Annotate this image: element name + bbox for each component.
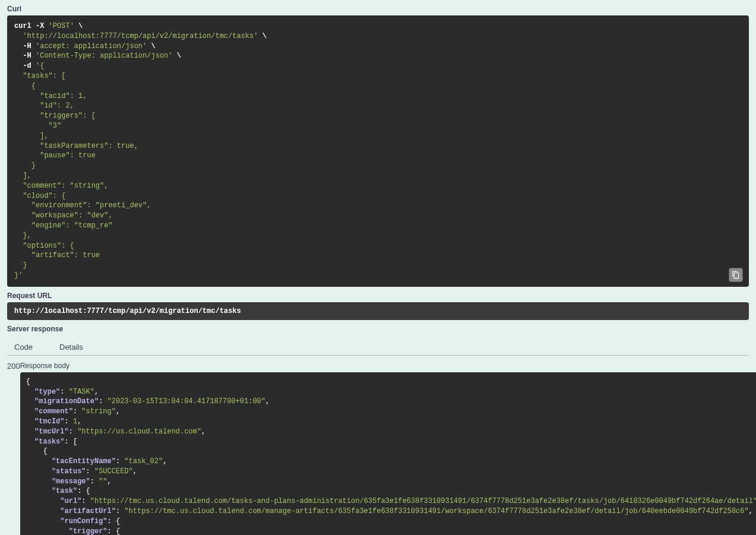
rb-status: SUCCEED [99,467,128,476]
request-url-label: Request URL [0,287,756,302]
curl-pause: true [78,151,96,160]
curl-h-ct: application/json [100,52,168,60]
th-code: Code [14,343,59,352]
rb-type: TASK [73,388,90,396]
status-code: 200 [7,362,20,535]
server-response-label: Server response [0,320,756,335]
curl-engine: tcmp_re [78,221,108,230]
response-body-block: { "type": "TASK", "migrationDate": "2023… [20,372,756,535]
rb-tacname: task_02 [129,457,159,466]
curl-ws: dev [91,211,105,220]
curl-id: 2 [65,102,69,110]
rb-comment: string [86,407,112,416]
request-url-value: http://localhost:7777/tcmp/api/v2/migrat… [7,302,749,320]
curl-code-block: curl -X 'POST' \ 'http://localhost:7777/… [7,15,749,287]
curl-h-accept: application/json [74,42,143,50]
rb-tmcurl: https://us.cloud.talend.com [81,428,197,436]
curl-artifact: true [83,251,100,259]
copy-curl-button[interactable] [729,268,743,282]
response-body-label: Response body [20,362,756,372]
rb-task-url: https://tmc.us.cloud.talend.com/tasks-an… [94,497,753,505]
curl-tp: true [117,142,134,150]
th-details: Details [59,343,83,352]
curl-url: http://localhost:7777/tcmp/api/v2/migrat… [27,32,254,40]
rb-artifacturl: https://tmc.us.cloud.talend.com/manage-a… [129,507,745,515]
curl-env: preeti_dev [100,201,143,210]
curl-comment: string [74,182,100,190]
curl-trigger0: 3 [53,122,57,130]
clipboard-icon [732,271,740,279]
curl-method: POST [53,22,70,30]
curl-tacid: 1 [78,92,83,100]
response-table-header: Code Details [7,335,749,356]
response-row: 200 Response body { "type": "TASK", "mig… [0,356,756,535]
curl-label: Curl [0,0,756,15]
rb-migdate: 2023-03-15T13:04:04.417187700+01:00 [112,397,261,406]
